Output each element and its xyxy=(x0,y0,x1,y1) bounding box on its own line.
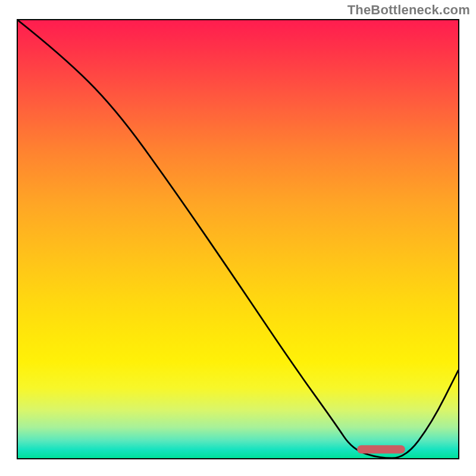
bottleneck-chart: TheBottleneck.com xyxy=(0,0,476,476)
plot-area xyxy=(17,19,459,459)
curve-layer xyxy=(18,20,458,458)
bottleneck-curve-path xyxy=(18,20,458,458)
attribution-label: TheBottleneck.com xyxy=(347,2,470,18)
